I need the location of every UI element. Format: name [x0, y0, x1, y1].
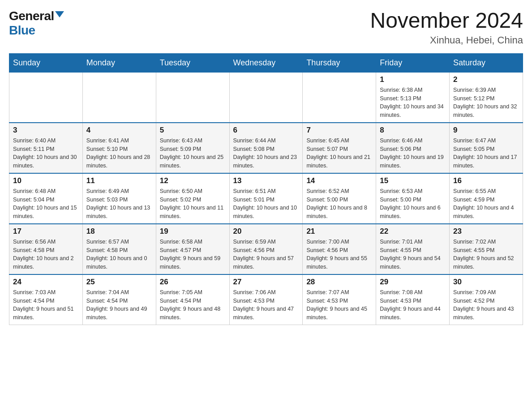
- day-info: Sunrise: 6:47 AM Sunset: 5:05 PM Dayligh…: [453, 137, 519, 170]
- day-info: Sunrise: 6:44 AM Sunset: 5:08 PM Dayligh…: [233, 137, 299, 170]
- day-info: Sunrise: 6:53 AM Sunset: 5:00 PM Dayligh…: [380, 187, 446, 221]
- calendar-cell: [82, 72, 156, 123]
- day-number: 20: [233, 227, 299, 236]
- logo-blue-text: Blue: [9, 23, 35, 37]
- day-info: Sunrise: 6:49 AM Sunset: 5:03 PM Dayligh…: [86, 187, 152, 221]
- calendar-cell: [229, 72, 303, 123]
- day-number: 15: [380, 176, 446, 185]
- weekday-header-wednesday: Wednesday: [229, 53, 303, 72]
- day-number: 28: [306, 278, 372, 287]
- day-number: 23: [453, 227, 519, 236]
- day-info: Sunrise: 7:07 AM Sunset: 4:53 PM Dayligh…: [306, 288, 372, 322]
- day-info: Sunrise: 6:51 AM Sunset: 5:01 PM Dayligh…: [233, 187, 299, 221]
- day-number: 25: [86, 278, 152, 287]
- day-number: 3: [13, 126, 79, 135]
- day-info: Sunrise: 6:55 AM Sunset: 4:59 PM Dayligh…: [453, 187, 519, 221]
- calendar-cell: 28Sunrise: 7:07 AM Sunset: 4:53 PM Dayli…: [303, 274, 376, 325]
- calendar-cell: 2Sunrise: 6:39 AM Sunset: 5:12 PM Daylig…: [450, 72, 523, 123]
- calendar-cell: 20Sunrise: 6:59 AM Sunset: 4:56 PM Dayli…: [229, 224, 303, 274]
- calendar-subtitle: Xinhua, Hebei, China: [370, 34, 523, 46]
- day-number: 18: [86, 227, 152, 236]
- day-number: 11: [86, 176, 152, 185]
- calendar-cell: 10Sunrise: 6:48 AM Sunset: 5:04 PM Dayli…: [9, 173, 83, 224]
- calendar-table: SundayMondayTuesdayWednesdayThursdayFrid…: [9, 53, 523, 325]
- calendar-cell: 19Sunrise: 6:58 AM Sunset: 4:57 PM Dayli…: [156, 224, 229, 274]
- weekday-header-tuesday: Tuesday: [156, 53, 229, 72]
- calendar-cell: 15Sunrise: 6:53 AM Sunset: 5:00 PM Dayli…: [376, 173, 450, 224]
- day-number: 8: [380, 126, 446, 135]
- day-info: Sunrise: 6:58 AM Sunset: 4:57 PM Dayligh…: [160, 238, 226, 271]
- weekday-header-saturday: Saturday: [450, 53, 523, 72]
- day-info: Sunrise: 6:41 AM Sunset: 5:10 PM Dayligh…: [86, 137, 152, 170]
- day-info: Sunrise: 7:00 AM Sunset: 4:56 PM Dayligh…: [306, 238, 372, 271]
- day-number: 9: [453, 126, 519, 135]
- day-number: 24: [13, 278, 79, 287]
- calendar-week-row: 3Sunrise: 6:40 AM Sunset: 5:11 PM Daylig…: [9, 123, 523, 173]
- calendar-cell: 9Sunrise: 6:47 AM Sunset: 5:05 PM Daylig…: [450, 123, 523, 173]
- calendar-cell: 3Sunrise: 6:40 AM Sunset: 5:11 PM Daylig…: [9, 123, 83, 173]
- calendar-week-row: 17Sunrise: 6:56 AM Sunset: 4:58 PM Dayli…: [9, 224, 523, 274]
- day-number: 6: [233, 126, 299, 135]
- calendar-week-row: 24Sunrise: 7:03 AM Sunset: 4:54 PM Dayli…: [9, 274, 523, 325]
- day-info: Sunrise: 7:02 AM Sunset: 4:55 PM Dayligh…: [453, 238, 519, 271]
- day-info: Sunrise: 6:56 AM Sunset: 4:58 PM Dayligh…: [13, 238, 79, 271]
- day-number: 22: [380, 227, 446, 236]
- calendar-cell: 21Sunrise: 7:00 AM Sunset: 4:56 PM Dayli…: [303, 224, 376, 274]
- calendar-cell: 12Sunrise: 6:50 AM Sunset: 5:02 PM Dayli…: [156, 173, 229, 224]
- day-number: 7: [306, 126, 372, 135]
- weekday-header-sunday: Sunday: [9, 53, 83, 72]
- calendar-cell: 27Sunrise: 7:06 AM Sunset: 4:53 PM Dayli…: [229, 274, 303, 325]
- calendar-cell: [9, 72, 83, 123]
- calendar-cell: 29Sunrise: 7:08 AM Sunset: 4:53 PM Dayli…: [376, 274, 450, 325]
- day-number: 29: [380, 278, 446, 287]
- calendar-cell: 1Sunrise: 6:38 AM Sunset: 5:13 PM Daylig…: [376, 72, 450, 123]
- day-number: 4: [86, 126, 152, 135]
- calendar-cell: 11Sunrise: 6:49 AM Sunset: 5:03 PM Dayli…: [82, 173, 156, 224]
- calendar-cell: [156, 72, 229, 123]
- calendar-cell: 13Sunrise: 6:51 AM Sunset: 5:01 PM Dayli…: [229, 173, 303, 224]
- calendar-cell: 14Sunrise: 6:52 AM Sunset: 5:00 PM Dayli…: [303, 173, 376, 224]
- day-info: Sunrise: 6:38 AM Sunset: 5:13 PM Dayligh…: [380, 86, 446, 120]
- calendar-cell: 17Sunrise: 6:56 AM Sunset: 4:58 PM Dayli…: [9, 224, 83, 274]
- logo-general-text: General: [9, 9, 54, 23]
- calendar-cell: 30Sunrise: 7:09 AM Sunset: 4:52 PM Dayli…: [450, 274, 523, 325]
- day-info: Sunrise: 6:43 AM Sunset: 5:09 PM Dayligh…: [160, 137, 226, 170]
- calendar-cell: 16Sunrise: 6:55 AM Sunset: 4:59 PM Dayli…: [450, 173, 523, 224]
- calendar-week-row: 1Sunrise: 6:38 AM Sunset: 5:13 PM Daylig…: [9, 72, 523, 123]
- weekday-header-friday: Friday: [376, 53, 450, 72]
- day-number: 2: [453, 75, 519, 84]
- day-number: 21: [306, 227, 372, 236]
- day-number: 5: [160, 126, 226, 135]
- day-info: Sunrise: 6:52 AM Sunset: 5:00 PM Dayligh…: [306, 187, 372, 221]
- calendar-cell: [303, 72, 376, 123]
- day-info: Sunrise: 6:39 AM Sunset: 5:12 PM Dayligh…: [453, 86, 519, 120]
- day-number: 1: [380, 75, 446, 84]
- day-number: 10: [13, 176, 79, 185]
- day-number: 16: [453, 176, 519, 185]
- day-number: 26: [160, 278, 226, 287]
- day-info: Sunrise: 7:05 AM Sunset: 4:54 PM Dayligh…: [160, 288, 226, 322]
- day-info: Sunrise: 7:04 AM Sunset: 4:54 PM Dayligh…: [86, 288, 152, 322]
- calendar-cell: 26Sunrise: 7:05 AM Sunset: 4:54 PM Dayli…: [156, 274, 229, 325]
- calendar-cell: 24Sunrise: 7:03 AM Sunset: 4:54 PM Dayli…: [9, 274, 83, 325]
- day-info: Sunrise: 7:09 AM Sunset: 4:52 PM Dayligh…: [453, 288, 519, 322]
- day-info: Sunrise: 6:48 AM Sunset: 5:04 PM Dayligh…: [13, 187, 79, 221]
- calendar-cell: 22Sunrise: 7:01 AM Sunset: 4:55 PM Dayli…: [376, 224, 450, 274]
- calendar-cell: 25Sunrise: 7:04 AM Sunset: 4:54 PM Dayli…: [82, 274, 156, 325]
- day-number: 13: [233, 176, 299, 185]
- calendar-week-row: 10Sunrise: 6:48 AM Sunset: 5:04 PM Dayli…: [9, 173, 523, 224]
- logo: General Blue: [9, 9, 64, 38]
- day-info: Sunrise: 7:01 AM Sunset: 4:55 PM Dayligh…: [380, 238, 446, 271]
- weekday-header-thursday: Thursday: [303, 53, 376, 72]
- day-info: Sunrise: 6:50 AM Sunset: 5:02 PM Dayligh…: [160, 187, 226, 221]
- title-area: November 2024 Xinhua, Hebei, China: [370, 9, 523, 46]
- day-number: 30: [453, 278, 519, 287]
- day-info: Sunrise: 7:08 AM Sunset: 4:53 PM Dayligh…: [380, 288, 446, 322]
- weekday-header-monday: Monday: [82, 53, 156, 72]
- day-info: Sunrise: 6:46 AM Sunset: 5:06 PM Dayligh…: [380, 137, 446, 170]
- day-info: Sunrise: 6:45 AM Sunset: 5:07 PM Dayligh…: [306, 137, 372, 170]
- calendar-cell: 8Sunrise: 6:46 AM Sunset: 5:06 PM Daylig…: [376, 123, 450, 173]
- calendar-cell: 7Sunrise: 6:45 AM Sunset: 5:07 PM Daylig…: [303, 123, 376, 173]
- day-info: Sunrise: 7:03 AM Sunset: 4:54 PM Dayligh…: [13, 288, 79, 322]
- calendar-cell: 23Sunrise: 7:02 AM Sunset: 4:55 PM Dayli…: [450, 224, 523, 274]
